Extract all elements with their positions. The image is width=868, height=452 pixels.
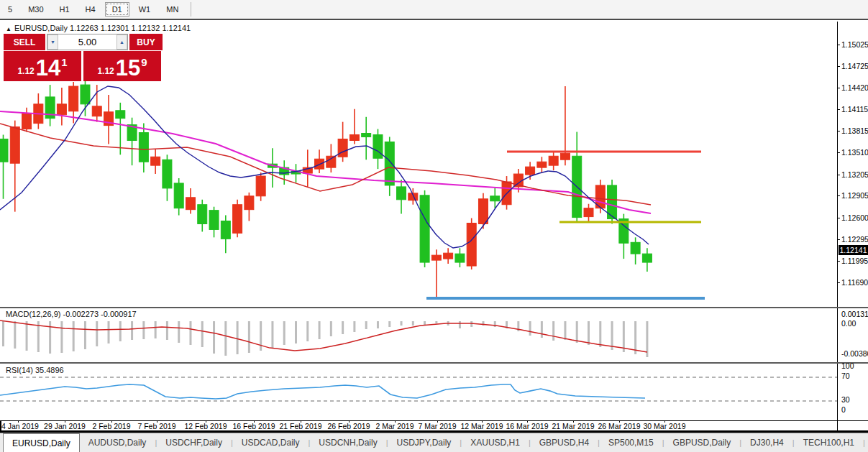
volume-increase-icon[interactable]: ▲ [117,34,127,50]
price-axis-label: 1.12295 [841,235,868,244]
macd-histogram-bar [634,321,636,354]
price-axis-label: 1.14420 [841,83,868,92]
macd-histogram-bar [283,321,285,345]
macd-histogram-bar [108,321,110,343]
macd-histogram-bar [599,321,601,347]
timeframe-w1[interactable]: W1 [132,3,157,16]
bid-big-digits: 14 [36,58,60,78]
price-axis-label: 1.11995 [841,257,868,265]
date-axis-label: 30 Mar 2019 [638,422,691,430]
date-axis-tick [482,420,483,423]
tab-eurusd-daily[interactable]: EURUSD,Daily [3,433,80,452]
date-axis-label: 16 Mar 2019 [501,422,554,430]
macd-histogram-bar [178,321,180,343]
timeframe-toolbar: 5M30H1H4D1W1MN [0,0,868,20]
timeframe-d1[interactable]: D1 [105,2,129,17]
trading-platform-window: 5M30H1H4D1W1MN ▲EURUSD,Daily 1.12263 1.1… [0,0,868,452]
price-axis-label: 1.13510 [841,148,868,157]
price-axis-tick [837,282,840,283]
macd-histogram-bar [96,321,98,346]
volume-input[interactable]: 5.00 [58,34,117,50]
indicator-axis-label: -0.003862 [841,349,868,358]
candle[interactable] [233,200,242,238]
timeframe-mn[interactable]: MN [160,3,185,16]
buy-button[interactable]: BUY [129,34,163,50]
tab-ui[interactable]: UI [865,433,868,452]
indicator-axis-label: 70 [841,372,850,380]
price-axis-border [837,22,838,430]
date-axis-tick [254,420,255,423]
ask-price-button[interactable]: 1.12 15 9 [83,51,161,81]
tab-gbpusd-h4[interactable]: GBPUSD,H4 [531,433,598,452]
indicator-axis-label: 0 [841,405,846,414]
ask-big-digits: 15 [116,58,140,78]
date-axis-label: 16 Feb 2019 [227,422,280,430]
macd-histogram-bar [271,321,273,349]
price-axis-tick [837,109,840,110]
price-axis-label: 1.12600 [841,213,868,222]
macd-histogram-bar [564,321,566,340]
ask-pip-digit: 9 [141,56,147,68]
macd-histogram-bar [131,321,133,340]
tab-dj30-h4[interactable]: DJ30,H4 [741,433,792,452]
date-axis-tick [437,420,438,423]
macd-histogram-bar [201,321,204,347]
candle[interactable] [420,190,429,267]
indicator-axis-label: 100 [841,361,854,370]
candle[interactable] [478,193,488,229]
tab-xauusd-h1[interactable]: XAUUSD,H1 [462,433,529,452]
date-axis-label: 12 Feb 2019 [179,422,232,430]
macd-histogram-bar [14,321,16,349]
macd-histogram-bar [412,321,414,326]
rsi-indicator-pane[interactable] [0,364,837,420]
chart-title: ▲EURUSD,Daily 1.12263 1.12301 1.12132 1.… [6,24,191,32]
date-axis-tick [206,420,206,423]
chart-tab-bar: EURUSD,DailyAUDUSD,Daily|USDCHF,Daily|US… [0,433,868,452]
timeframe-m30[interactable]: M30 [22,3,50,16]
collapse-arrow-icon[interactable]: ▲ [6,26,12,32]
price-axis-tick [837,45,840,45]
tab-audusd-daily[interactable]: AUDUSD,Daily [80,433,155,452]
tab-usdcnh-daily[interactable]: USDCNH,Daily [310,433,385,452]
macd-histogram-bar [119,321,122,341]
tab-usdcad-daily[interactable]: USDCAD,Daily [233,433,309,452]
macd-histogram-bar [166,321,168,340]
macd-histogram-bar [576,321,578,343]
macd-histogram-bar [189,321,191,345]
price-axis-label: 1.13815 [841,126,868,135]
macd-histogram-bar [260,321,262,351]
tab-gbpusd-daily[interactable]: GBPUSD,Daily [664,433,740,452]
price-axis-tick [837,239,840,240]
macd-histogram-bar [424,321,426,325]
tab-usdjpy-daily[interactable]: USDJPY,Daily [388,433,460,452]
macd-histogram-bar [494,321,496,327]
date-axis-label: 21 Mar 2019 [547,422,600,430]
timeframe-h1[interactable]: H1 [53,3,76,16]
macd-histogram-bar [541,321,543,338]
macd-histogram-bar [84,321,86,349]
price-axis-label: 1.14115 [841,105,868,114]
macd-histogram-bar [388,321,390,327]
sell-button[interactable]: SELL [4,34,45,50]
chart-title-text: EURUSD,Daily 1.12263 1.12301 1.12132 1.1… [14,24,191,32]
tab-tech100-h1[interactable]: TECH100,H1 [795,433,863,452]
tab-usdchf-daily[interactable]: USDCHF,Daily [157,433,231,452]
macd-histogram-bar [295,321,297,343]
tab-sp500-m15[interactable]: SP500,M15 [600,433,662,452]
date-axis-separator [0,420,868,421]
volume-decrease-icon[interactable]: ▼ [47,34,58,50]
macd-histogram-bar [73,321,75,351]
indicator-axis-label: 0.00 [841,319,856,328]
price-axis-tick [837,261,840,262]
timeframe-h4[interactable]: H4 [79,3,102,16]
bid-price-button[interactable]: 1.12 14 1 [4,51,81,81]
date-axis-tick [527,420,528,423]
timeframe-5[interactable]: 5 [1,3,19,16]
macd-histogram-bar [306,321,309,341]
candle[interactable] [467,218,476,269]
macd-histogram-bar [342,321,344,334]
price-axis-tick [837,175,840,175]
date-axis-tick [349,420,350,423]
macd-histogram-bar [2,321,4,346]
candle[interactable] [608,180,617,224]
